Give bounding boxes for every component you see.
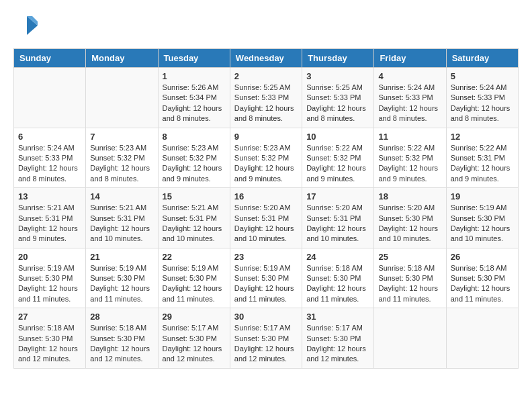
day-number: 18: [378, 191, 441, 201]
header-cell-monday: Monday: [86, 49, 158, 68]
day-info: Sunrise: 5:18 AM Sunset: 5:30 PM Dayligh…: [18, 323, 81, 365]
week-row-2: 6Sunrise: 5:24 AM Sunset: 5:33 PM Daylig…: [14, 128, 519, 188]
day-info: Sunrise: 5:19 AM Sunset: 5:30 PM Dayligh…: [234, 263, 298, 305]
day-cell: 14Sunrise: 5:21 AM Sunset: 5:31 PM Dayli…: [86, 188, 158, 248]
day-info: Sunrise: 5:21 AM Sunset: 5:31 PM Dayligh…: [163, 203, 226, 244]
day-info: Sunrise: 5:24 AM Sunset: 5:33 PM Dayligh…: [378, 83, 441, 124]
day-info: Sunrise: 5:18 AM Sunset: 5:30 PM Dayligh…: [378, 263, 441, 305]
day-number: 5: [451, 71, 514, 81]
day-cell: 13Sunrise: 5:21 AM Sunset: 5:31 PM Dayli…: [14, 188, 86, 248]
day-info: Sunrise: 5:17 AM Sunset: 5:30 PM Dayligh…: [163, 323, 226, 365]
day-number: 29: [163, 312, 226, 322]
week-row-4: 20Sunrise: 5:19 AM Sunset: 5:30 PM Dayli…: [14, 248, 519, 308]
header-cell-wednesday: Wednesday: [230, 49, 302, 68]
day-info: Sunrise: 5:17 AM Sunset: 5:30 PM Dayligh…: [234, 323, 298, 365]
day-info: Sunrise: 5:25 AM Sunset: 5:33 PM Dayligh…: [306, 83, 369, 124]
day-number: 28: [90, 312, 153, 322]
day-cell: 21Sunrise: 5:19 AM Sunset: 5:30 PM Dayli…: [86, 248, 158, 308]
week-row-3: 13Sunrise: 5:21 AM Sunset: 5:31 PM Dayli…: [14, 188, 519, 248]
header-cell-saturday: Saturday: [446, 49, 518, 68]
day-info: Sunrise: 5:24 AM Sunset: 5:33 PM Dayligh…: [451, 83, 514, 124]
day-cell: 17Sunrise: 5:20 AM Sunset: 5:31 PM Dayli…: [302, 188, 374, 248]
day-number: 9: [234, 132, 298, 142]
day-info: Sunrise: 5:21 AM Sunset: 5:31 PM Dayligh…: [18, 203, 81, 244]
day-number: 8: [163, 132, 226, 142]
day-cell: [374, 308, 446, 369]
day-info: Sunrise: 5:22 AM Sunset: 5:31 PM Dayligh…: [451, 143, 514, 185]
day-cell: 24Sunrise: 5:18 AM Sunset: 5:30 PM Dayli…: [302, 248, 374, 308]
day-number: 7: [90, 132, 153, 142]
day-info: Sunrise: 5:18 AM Sunset: 5:30 PM Dayligh…: [90, 323, 153, 365]
day-info: Sunrise: 5:20 AM Sunset: 5:31 PM Dayligh…: [306, 203, 369, 244]
day-number: 15: [163, 191, 226, 201]
day-cell: 6Sunrise: 5:24 AM Sunset: 5:33 PM Daylig…: [14, 128, 86, 188]
day-cell: 31Sunrise: 5:17 AM Sunset: 5:30 PM Dayli…: [302, 308, 374, 369]
day-cell: 26Sunrise: 5:18 AM Sunset: 5:30 PM Dayli…: [446, 248, 518, 308]
day-number: 17: [306, 191, 369, 201]
day-cell: 10Sunrise: 5:22 AM Sunset: 5:32 PM Dayli…: [302, 128, 374, 188]
day-cell: 23Sunrise: 5:19 AM Sunset: 5:30 PM Dayli…: [230, 248, 302, 308]
logo: [13, 13, 40, 38]
day-info: Sunrise: 5:21 AM Sunset: 5:31 PM Dayligh…: [90, 203, 153, 244]
day-number: 31: [306, 312, 369, 322]
day-number: 2: [234, 71, 298, 81]
day-cell: 7Sunrise: 5:23 AM Sunset: 5:32 PM Daylig…: [86, 128, 158, 188]
logo-icon: [13, 13, 38, 38]
day-info: Sunrise: 5:26 AM Sunset: 5:34 PM Dayligh…: [163, 83, 226, 124]
day-cell: 22Sunrise: 5:19 AM Sunset: 5:30 PM Dayli…: [158, 248, 230, 308]
day-info: Sunrise: 5:19 AM Sunset: 5:30 PM Dayligh…: [90, 263, 153, 305]
header-cell-friday: Friday: [374, 49, 446, 68]
day-cell: 9Sunrise: 5:23 AM Sunset: 5:32 PM Daylig…: [230, 128, 302, 188]
day-info: Sunrise: 5:20 AM Sunset: 5:30 PM Dayligh…: [378, 203, 441, 244]
day-cell: 27Sunrise: 5:18 AM Sunset: 5:30 PM Dayli…: [14, 308, 86, 369]
week-row-5: 27Sunrise: 5:18 AM Sunset: 5:30 PM Dayli…: [14, 308, 519, 369]
day-number: 23: [234, 252, 298, 262]
day-info: Sunrise: 5:17 AM Sunset: 5:30 PM Dayligh…: [306, 323, 369, 365]
day-cell: 20Sunrise: 5:19 AM Sunset: 5:30 PM Dayli…: [14, 248, 86, 308]
day-number: 11: [378, 132, 441, 142]
day-number: 19: [451, 191, 514, 201]
day-info: Sunrise: 5:22 AM Sunset: 5:32 PM Dayligh…: [306, 143, 369, 185]
day-info: Sunrise: 5:24 AM Sunset: 5:33 PM Dayligh…: [18, 143, 81, 185]
day-cell: 5Sunrise: 5:24 AM Sunset: 5:33 PM Daylig…: [446, 68, 518, 128]
day-info: Sunrise: 5:18 AM Sunset: 5:30 PM Dayligh…: [306, 263, 369, 305]
day-number: 20: [18, 252, 81, 262]
day-info: Sunrise: 5:20 AM Sunset: 5:31 PM Dayligh…: [234, 203, 298, 244]
day-number: 24: [306, 252, 369, 262]
day-number: 13: [18, 191, 81, 201]
day-cell: 1Sunrise: 5:26 AM Sunset: 5:34 PM Daylig…: [158, 68, 230, 128]
day-number: 22: [163, 252, 226, 262]
day-cell: 11Sunrise: 5:22 AM Sunset: 5:32 PM Dayli…: [374, 128, 446, 188]
day-number: 21: [90, 252, 153, 262]
day-cell: [14, 68, 86, 128]
day-cell: [446, 308, 518, 369]
day-number: 1: [163, 71, 226, 81]
day-info: Sunrise: 5:19 AM Sunset: 5:30 PM Dayligh…: [18, 263, 81, 305]
day-cell: 19Sunrise: 5:19 AM Sunset: 5:30 PM Dayli…: [446, 188, 518, 248]
header-cell-thursday: Thursday: [302, 49, 374, 68]
day-info: Sunrise: 5:19 AM Sunset: 5:30 PM Dayligh…: [163, 263, 226, 305]
day-cell: 15Sunrise: 5:21 AM Sunset: 5:31 PM Dayli…: [158, 188, 230, 248]
day-cell: 28Sunrise: 5:18 AM Sunset: 5:30 PM Dayli…: [86, 308, 158, 369]
page-header: [13, 13, 519, 38]
calendar-table: SundayMondayTuesdayWednesdayThursdayFrid…: [13, 48, 519, 369]
day-cell: 29Sunrise: 5:17 AM Sunset: 5:30 PM Dayli…: [158, 308, 230, 369]
day-cell: 12Sunrise: 5:22 AM Sunset: 5:31 PM Dayli…: [446, 128, 518, 188]
day-cell: 2Sunrise: 5:25 AM Sunset: 5:33 PM Daylig…: [230, 68, 302, 128]
day-cell: 8Sunrise: 5:23 AM Sunset: 5:32 PM Daylig…: [158, 128, 230, 188]
day-info: Sunrise: 5:23 AM Sunset: 5:32 PM Dayligh…: [234, 143, 298, 185]
day-info: Sunrise: 5:23 AM Sunset: 5:32 PM Dayligh…: [90, 143, 153, 185]
day-info: Sunrise: 5:22 AM Sunset: 5:32 PM Dayligh…: [378, 143, 441, 185]
day-cell: 16Sunrise: 5:20 AM Sunset: 5:31 PM Dayli…: [230, 188, 302, 248]
day-number: 10: [306, 132, 369, 142]
day-cell: 25Sunrise: 5:18 AM Sunset: 5:30 PM Dayli…: [374, 248, 446, 308]
week-row-1: 1Sunrise: 5:26 AM Sunset: 5:34 PM Daylig…: [14, 68, 519, 128]
day-info: Sunrise: 5:23 AM Sunset: 5:32 PM Dayligh…: [163, 143, 226, 185]
header-row: SundayMondayTuesdayWednesdayThursdayFrid…: [14, 49, 519, 68]
day-number: 14: [90, 191, 153, 201]
day-number: 27: [18, 312, 81, 322]
day-cell: [86, 68, 158, 128]
day-cell: 18Sunrise: 5:20 AM Sunset: 5:30 PM Dayli…: [374, 188, 446, 248]
day-number: 16: [234, 191, 298, 201]
day-number: 4: [378, 71, 441, 81]
